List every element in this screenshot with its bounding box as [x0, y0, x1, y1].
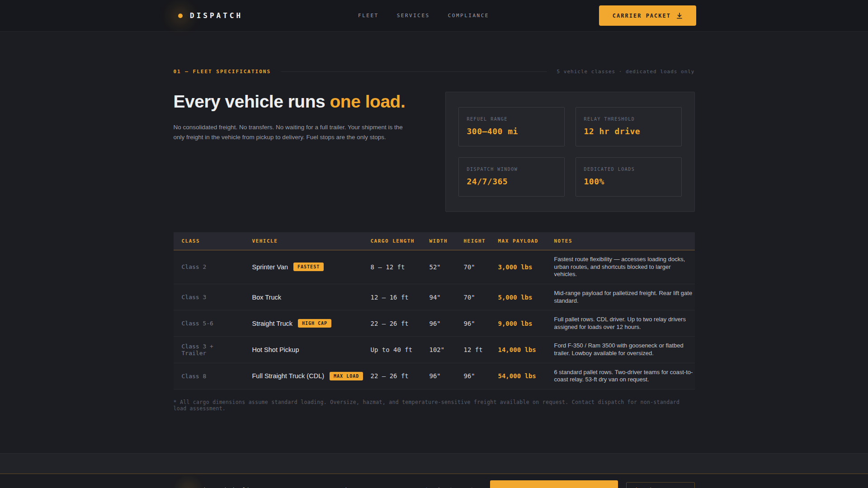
- table-row: Class 2 Sprinter Van FASTEST 8 – 12 ft 5…: [174, 250, 695, 284]
- cell-vehicle: Hot Shot Pickup: [252, 346, 299, 353]
- cell-notes: Full pallet rows. CDL driver. Up to two …: [546, 310, 695, 336]
- cell-class: Class 2: [174, 258, 244, 276]
- site-header: DISPATCH FLEET SERVICES COMPLIANCE CARRI…: [0, 0, 868, 32]
- vehicle-badge: MAX LOAD: [330, 372, 363, 380]
- stat-card: REFUEL RANGE 300–400 mi: [458, 107, 565, 146]
- page-title-accent: one load.: [330, 92, 406, 111]
- cell-vehicle: Box Truck: [252, 294, 281, 301]
- stat-value: 24/7/365: [467, 177, 556, 186]
- cell-cargo-length: Up to 40 ft: [363, 341, 421, 359]
- column-header: VEHICLE: [244, 238, 363, 244]
- site-footer: Dispatch is live · Average response: 4 m…: [0, 474, 868, 488]
- stat-card: DISPATCH WINDOW 24/7/365: [458, 157, 565, 197]
- cell-max-payload: 3,000 lbs: [490, 258, 546, 276]
- stat-card: DEDICATED LOADS 100%: [576, 157, 682, 197]
- cell-width: 96": [421, 314, 456, 333]
- cell-vehicle: Sprinter Van: [252, 263, 288, 271]
- download-icon: [676, 13, 683, 19]
- stat-card: RELAY THRESHOLD 12 hr drive: [576, 107, 682, 146]
- column-header: HEIGHT: [456, 238, 490, 244]
- prefooter-strip: [0, 453, 868, 474]
- cell-cargo-length: 22 – 26 ft: [363, 314, 421, 333]
- cell-max-payload: 14,000 lbs: [490, 341, 546, 359]
- stat-label: DISPATCH WINDOW: [467, 167, 556, 172]
- table-footnote: * All cargo dimensions assume standard l…: [174, 399, 695, 412]
- cell-cargo-length: 22 – 26 ft: [363, 367, 421, 385]
- stat-label: RELAY THRESHOLD: [584, 117, 673, 122]
- cell-class: Class 8: [174, 367, 244, 385]
- brand-name: DISPATCH: [190, 11, 243, 20]
- request-quote-button[interactable]: REQUEST A QUOTE NOW →: [490, 480, 618, 488]
- cell-vehicle: Straight Truck: [252, 320, 292, 327]
- nav-link[interactable]: FLEET: [358, 13, 379, 19]
- cell-max-payload: 5,000 lbs: [490, 288, 546, 306]
- section-head: 01 — FLEET SPECIFICATIONS 5 vehicle clas…: [174, 69, 695, 75]
- brand-logo[interactable]: DISPATCH: [172, 11, 243, 20]
- cell-height: 70": [456, 258, 490, 276]
- nav-link[interactable]: COMPLIANCE: [448, 13, 489, 19]
- section-meta: 5 vehicle classes · dedicated loads only: [557, 69, 695, 75]
- brand-dot-icon: [178, 14, 183, 18]
- stat-value: 12 hr drive: [584, 127, 673, 136]
- stat-value: 300–400 mi: [467, 127, 556, 136]
- table-header-row: CLASS VEHICLE CARGO LENGTH WIDTH HEIGHT …: [174, 232, 695, 250]
- table-row: Class 8 Full Straight Truck (CDL) MAX LO…: [174, 363, 695, 389]
- cell-width: 94": [421, 288, 456, 306]
- carrier-packet-button[interactable]: CARRIER PACKET: [599, 5, 696, 26]
- fleet-spec-table: CLASS VEHICLE CARGO LENGTH WIDTH HEIGHT …: [174, 232, 695, 389]
- table-body: Class 2 Sprinter Van FASTEST 8 – 12 ft 5…: [174, 250, 695, 389]
- cell-width: 102": [421, 341, 456, 359]
- hero-paragraph: No consolidated freight. No transfers. N…: [174, 122, 414, 142]
- cell-notes: Ford F-350 / Ram 3500 with gooseneck or …: [546, 337, 695, 362]
- nav-link[interactable]: SERVICES: [397, 13, 430, 19]
- cell-width: 96": [421, 367, 456, 385]
- column-header: CARGO LENGTH: [363, 238, 421, 244]
- main-nav: FLEET SERVICES COMPLIANCE: [358, 13, 489, 19]
- cell-max-payload: 9,000 lbs: [490, 314, 546, 333]
- table-row: Class 5-6 Straight Truck HIGH CAP 22 – 2…: [174, 310, 695, 337]
- cell-cargo-length: 8 – 12 ft: [363, 258, 421, 276]
- cell-class: Class 5-6: [174, 314, 244, 332]
- phone-button[interactable]: (800) 555-0199: [626, 482, 694, 488]
- cell-height: 70": [456, 288, 490, 306]
- section-label: 01 — FLEET SPECIFICATIONS: [174, 69, 271, 75]
- cell-height: 96": [456, 367, 490, 385]
- column-header: NOTES: [546, 238, 695, 244]
- table-row: Class 3 Box Truck 12 – 16 ft 94" 70" 5,0…: [174, 284, 695, 310]
- cell-width: 52": [421, 258, 456, 276]
- column-header: MAX PAYLOAD: [490, 238, 546, 244]
- stat-label: DEDICATED LOADS: [584, 167, 673, 172]
- cell-vehicle: Full Straight Truck (CDL): [252, 372, 325, 380]
- cell-cargo-length: 12 – 16 ft: [363, 288, 421, 306]
- cell-notes: Mid-range payload for palletized freight…: [546, 284, 695, 310]
- stat-value: 100%: [584, 177, 673, 186]
- column-header: WIDTH: [421, 238, 456, 244]
- cell-max-payload: 54,000 lbs: [490, 367, 546, 385]
- cell-class: Class 3 + Trailer: [174, 338, 244, 362]
- table-row: Class 3 + Trailer Hot Shot Pickup Up to …: [174, 337, 695, 363]
- carrier-packet-label: CARRIER PACKET: [613, 13, 671, 19]
- vehicle-badge: HIGH CAP: [298, 319, 331, 328]
- section-divider: [281, 71, 547, 72]
- stats-panel: REFUEL RANGE 300–400 mi RELAY THRESHOLD …: [445, 92, 695, 212]
- cell-height: 12 ft: [456, 341, 490, 359]
- cell-notes: 6 standard pallet rows. Two-driver teams…: [546, 363, 695, 389]
- cell-notes: Fastest route flexibility — accesses loa…: [546, 250, 695, 284]
- page-title: Every vehicle runs one load.: [174, 92, 409, 112]
- cell-height: 96": [456, 314, 490, 333]
- vehicle-badge: FASTEST: [293, 263, 324, 271]
- column-header: CLASS: [174, 238, 244, 244]
- stat-label: REFUEL RANGE: [467, 117, 556, 122]
- cell-class: Class 3: [174, 288, 244, 306]
